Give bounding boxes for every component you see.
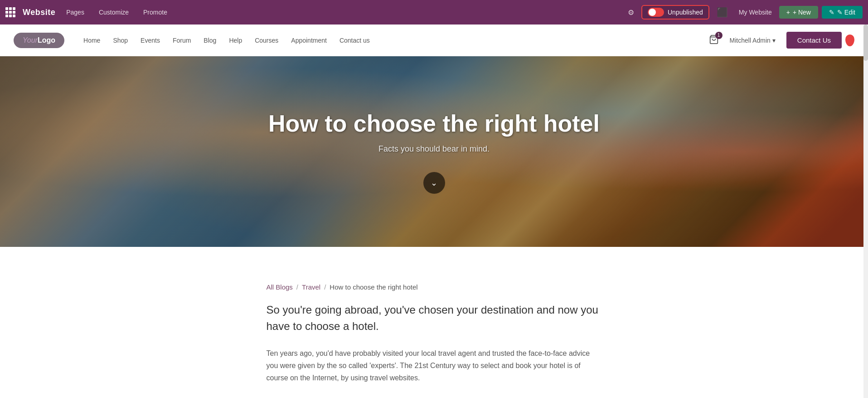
unpublished-label: Unpublished [668, 9, 703, 16]
grid-menu-icon[interactable] [5, 7, 15, 17]
breadcrumb-travel[interactable]: Travel [302, 283, 320, 291]
promote-nav[interactable]: Promote [140, 7, 171, 18]
toggle-switch[interactable] [648, 8, 664, 17]
content-area: All Blogs / Travel / How to choose the r… [0, 247, 868, 398]
scroll-down-button[interactable]: ⌄ [423, 172, 445, 194]
nav-help[interactable]: Help [223, 34, 247, 47]
scrollbar-thumb[interactable] [863, 25, 868, 61]
edit-label: ✎ Edit [837, 9, 855, 16]
hero-title: How to choose the right hotel [268, 110, 600, 137]
article-intro: So you're going abroad, you've chosen yo… [267, 302, 602, 334]
admin-user-name: Mitchell Admin [730, 37, 771, 44]
nav-courses[interactable]: Courses [249, 34, 284, 47]
edit-button[interactable]: ✎ ✎ Edit [822, 6, 863, 19]
new-label: + New [793, 9, 811, 16]
article-section: All Blogs / Travel / How to choose the r… [253, 265, 616, 398]
cart-badge: 1 [715, 32, 723, 39]
site-logo[interactable]: YourLogo [14, 33, 64, 48]
article-body: Ten years ago, you'd have probably visit… [267, 347, 602, 384]
pencil-icon: ✎ [829, 9, 834, 16]
breadcrumb-current: How to choose the right hotel [330, 283, 417, 291]
new-button[interactable]: + + New [779, 6, 818, 19]
logo-text: Logo [38, 36, 55, 44]
nav-contact[interactable]: Contact us [334, 34, 375, 47]
customize-nav[interactable]: Customize [95, 7, 132, 18]
admin-bar: Website Pages Customize Promote ⚙ Unpubl… [0, 0, 868, 25]
scrollbar-track[interactable] [863, 25, 868, 398]
nav-shop[interactable]: Shop [107, 34, 133, 47]
breadcrumb-sep-2: / [324, 283, 326, 291]
settings-icon[interactable]: ⚙ [624, 6, 638, 19]
app-title: Website [23, 8, 55, 17]
hero-content: How to choose the right hotel Facts you … [268, 110, 600, 194]
logo-your: Your [23, 36, 38, 44]
breadcrumb: All Blogs / Travel / How to choose the r… [267, 283, 602, 291]
breadcrumb-sep-1: / [296, 283, 298, 291]
nav-events[interactable]: Events [135, 34, 165, 47]
pages-nav[interactable]: Pages [63, 7, 88, 18]
hero-section: How to choose the right hotel Facts you … [0, 56, 868, 247]
website-navbar: YourLogo Home Shop Events Forum Blog Hel… [0, 25, 868, 56]
mobile-preview-icon[interactable]: ⬛ [713, 5, 732, 20]
nav-blog[interactable]: Blog [198, 34, 222, 47]
contact-us-button[interactable]: Contact Us [786, 32, 842, 49]
my-website-btn[interactable]: My Website [735, 7, 776, 18]
nav-links: Home Shop Events Forum Blog Help Courses… [78, 34, 703, 47]
nav-forum[interactable]: Forum [167, 34, 196, 47]
admin-user-menu[interactable]: Mitchell Admin ▾ [730, 37, 776, 44]
chevron-down-icon: ⌄ [431, 178, 437, 188]
hero-subtitle: Facts you should bear in mind. [268, 144, 600, 154]
nav-appointment[interactable]: Appointment [286, 34, 332, 47]
unpublished-toggle[interactable]: Unpublished [641, 5, 709, 20]
nav-home[interactable]: Home [78, 34, 106, 47]
breadcrumb-all-blogs[interactable]: All Blogs [267, 283, 293, 291]
drop-icon [845, 34, 854, 46]
plus-icon: + [786, 9, 790, 16]
admin-user-chevron: ▾ [772, 37, 776, 44]
cart-icon[interactable]: 1 [709, 34, 719, 46]
